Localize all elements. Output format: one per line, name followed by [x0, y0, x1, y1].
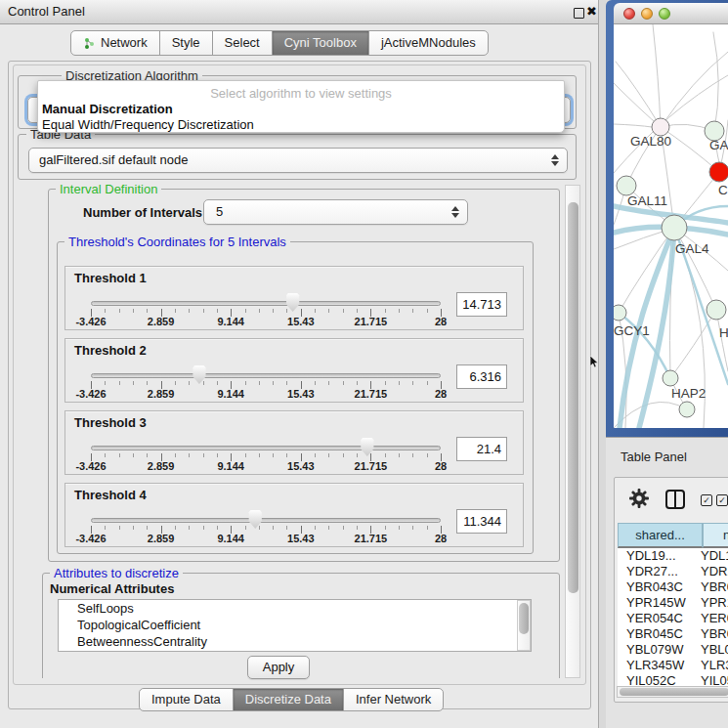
- float-window-icon[interactable]: [574, 8, 584, 19]
- tab-select[interactable]: Select: [212, 30, 273, 56]
- slider-tick: [328, 309, 329, 313]
- column-header-name[interactable]: name: [703, 523, 728, 548]
- list-scrollbar[interactable]: [517, 600, 531, 651]
- apply-button[interactable]: Apply: [247, 656, 310, 679]
- cell-name: YDL19...: [701, 548, 728, 564]
- list-scrollbar-thumb[interactable]: [519, 603, 529, 634]
- slider-tick: [273, 453, 274, 457]
- tab-infer-network[interactable]: Infer Network: [343, 688, 444, 711]
- slider-tick: [105, 526, 106, 530]
- algorithm-option-manual-discretization[interactable]: Manual Discretization: [42, 102, 173, 116]
- slider-tick: [147, 309, 148, 313]
- bottom-tab-bar: Impute DataDiscretize DataInfer Network: [139, 688, 444, 711]
- numerical-attributes-list[interactable]: SelfLoopsTopologicalCoefficientBetweenne…: [58, 599, 532, 652]
- slider-track[interactable]: [91, 301, 441, 306]
- control-panel-titlebar: Control Panel ✖: [0, 0, 598, 24]
- threshold-value-field[interactable]: 11.344: [456, 509, 507, 534]
- slider-tick: [399, 526, 400, 530]
- tab-label: Style: [172, 31, 200, 55]
- slider-tick: [385, 309, 386, 313]
- slider-track[interactable]: [91, 373, 441, 378]
- combo-arrows-icon: [551, 154, 559, 166]
- threshold-value-field[interactable]: 6.316: [456, 364, 507, 389]
- tab-cyni-toolbox[interactable]: Cyni Toolbox: [272, 30, 369, 56]
- slider-thumb[interactable]: [192, 365, 206, 384]
- network-node-hap2[interactable]: [663, 370, 678, 386]
- slider-tick: [259, 526, 260, 530]
- table-hscrollbar-thumb[interactable]: [620, 688, 728, 696]
- slider-tick: [273, 381, 274, 385]
- close-icon[interactable]: ✖: [586, 4, 597, 20]
- zoom-traffic-light-icon[interactable]: [659, 8, 670, 20]
- panel-splitter[interactable]: [599, 0, 606, 728]
- minimize-traffic-light-icon[interactable]: [641, 8, 653, 20]
- num-intervals-combobox[interactable]: 5: [203, 199, 468, 225]
- slider-tick: [133, 453, 134, 457]
- mouse-cursor: [590, 356, 600, 368]
- network-node-node[interactable]: [679, 402, 695, 417]
- tab-impute-data[interactable]: Impute Data: [139, 688, 234, 711]
- tab-discretize-data[interactable]: Discretize Data: [233, 688, 344, 711]
- table-row[interactable]: YPR145WYPR145W: [618, 595, 728, 611]
- slider-tick-label: -3.426: [75, 533, 106, 544]
- table-row[interactable]: YLR345WYLR345W: [618, 658, 728, 673]
- slider-tick: [412, 526, 413, 530]
- table-row[interactable]: YDL19...YDL19...: [618, 548, 728, 564]
- network-node-gcy1[interactable]: [614, 305, 626, 321]
- tab-label: Discretize Data: [245, 689, 331, 710]
- slider-tick: [328, 526, 329, 530]
- slider-tick-label: -3.426: [75, 388, 106, 400]
- network-node-h[interactable]: [707, 300, 726, 320]
- slider-track[interactable]: [91, 518, 441, 523]
- gear-icon[interactable]: [628, 488, 650, 509]
- slider-tick: [385, 453, 386, 457]
- slider-tick: [189, 526, 190, 530]
- slider-tick: [259, 453, 260, 457]
- group-title: Threshold's Coordinates for 5 Intervals: [64, 235, 290, 249]
- slider-tick: [189, 309, 190, 313]
- algorithm-option-equal-width-frequency-discretization[interactable]: Equal Width/Frequency Discretization: [42, 117, 254, 132]
- table-horizontal-scrollbar[interactable]: [617, 686, 728, 698]
- attribute-item-selfloops[interactable]: SelfLoops: [59, 600, 531, 617]
- network-canvas[interactable]: GAL80GACGAL11GAL4GCY1HHAP2: [614, 24, 728, 428]
- close-traffic-light-icon[interactable]: [623, 8, 635, 20]
- slider-thumb[interactable]: [248, 510, 263, 529]
- slider-tick: [175, 526, 176, 530]
- column-header-shared-name[interactable]: shared...: [618, 523, 703, 548]
- checkbox-icon[interactable]: ✓: [716, 494, 728, 506]
- network-node-gal4[interactable]: [662, 215, 687, 240]
- table-row[interactable]: YDR27...YDR27...: [618, 564, 728, 579]
- node-label: GAL4: [675, 241, 709, 256]
- network-node-gal11[interactable]: [617, 176, 636, 195]
- slider-tick: [245, 453, 246, 457]
- tab-style[interactable]: Style: [159, 30, 213, 56]
- slider-tick: [343, 526, 344, 530]
- slider-tick: [357, 526, 358, 530]
- tab-network[interactable]: Network: [70, 30, 160, 56]
- table-row[interactable]: YBL079WYBL079W: [618, 642, 728, 658]
- column-layout-icon[interactable]: [665, 490, 685, 509]
- table-row[interactable]: YBR043CYBR043C: [618, 579, 728, 595]
- threshold-value-field[interactable]: 14.713: [456, 292, 507, 317]
- checkbox-icon[interactable]: ✓: [701, 494, 712, 506]
- table-row[interactable]: YER054CYER054C: [618, 611, 728, 626]
- attribute-item-topologicalcoefficient[interactable]: TopologicalCoefficient: [59, 617, 531, 633]
- attribute-item-betweennesscentrality[interactable]: BetweennessCentrality: [59, 633, 531, 650]
- network-node-c[interactable]: [709, 162, 728, 182]
- table-data-combobox[interactable]: galFiltered.sif default node: [28, 148, 568, 173]
- settings-scrollbar[interactable]: [565, 185, 580, 678]
- combo-arrows-icon: [451, 206, 459, 218]
- slider-thumb[interactable]: [360, 438, 374, 456]
- threshold-value-field[interactable]: 21.4: [456, 437, 507, 461]
- slider-tick-label: 15.43: [287, 388, 315, 400]
- slider-tick: [399, 453, 400, 457]
- tab-jactivemnodules[interactable]: jActiveMNodules: [368, 30, 489, 56]
- slider-track[interactable]: [91, 446, 441, 450]
- slider-tick: [105, 453, 106, 457]
- settings-scrollbar-thumb[interactable]: [568, 202, 578, 593]
- table-row[interactable]: YIL052CYIL052C: [618, 673, 728, 686]
- table-row[interactable]: YBR045CYBR045C: [618, 626, 728, 642]
- slider-tick: [286, 453, 287, 457]
- slider-tick: [259, 309, 260, 313]
- threshold-box: Threshold 3-3.4262.8599.14415.4321.71528…: [64, 410, 524, 475]
